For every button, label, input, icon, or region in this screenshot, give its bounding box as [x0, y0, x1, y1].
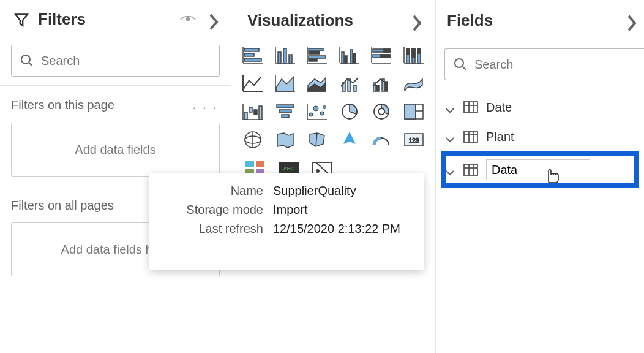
svg-rect-14: [309, 56, 326, 58]
waterfall-chart-icon[interactable]: [241, 101, 265, 122]
svg-point-61: [309, 113, 313, 116]
fields-search[interactable]: [444, 48, 644, 80]
fields-pane: Fields: [436, 0, 644, 353]
svg-marker-40: [276, 77, 294, 91]
svg-rect-33: [412, 48, 415, 57]
svg-point-64: [323, 106, 326, 109]
svg-point-94: [455, 59, 463, 67]
svg-rect-103: [464, 164, 477, 175]
ribbon-chart-icon[interactable]: [402, 73, 426, 94]
svg-rect-21: [353, 53, 356, 63]
chevron-down-icon: [444, 165, 455, 174]
clustered-bar-chart-icon[interactable]: [305, 45, 329, 66]
stacked-column-chart-icon[interactable]: [273, 45, 298, 66]
svg-rect-59: [279, 110, 291, 113]
svg-rect-99: [464, 131, 477, 142]
svg-rect-12: [309, 48, 323, 51]
table-icon: [463, 130, 479, 143]
svg-point-88: [316, 170, 319, 172]
svg-rect-27: [380, 55, 390, 58]
tooltip-mode-label: Storage mode: [163, 203, 273, 217]
azure-map-icon[interactable]: [337, 129, 362, 150]
clustered-column-chart-icon[interactable]: [337, 45, 362, 66]
svg-point-0: [187, 17, 190, 20]
table-tooltip: Name SupplierQuality Storage mode Import…: [149, 173, 424, 270]
pie-chart-icon[interactable]: [337, 101, 362, 122]
stacked-area-chart-icon[interactable]: [305, 73, 329, 94]
svg-point-63: [320, 112, 324, 115]
visualizations-palette: 123: [231, 42, 435, 150]
svg-point-1: [21, 55, 30, 64]
svg-rect-80: [245, 161, 254, 167]
shape-map-icon[interactable]: [305, 129, 329, 150]
svg-rect-31: [406, 48, 410, 55]
fields-search-input[interactable]: [474, 58, 635, 72]
tables-list: Date Plant: [436, 89, 644, 184]
svg-rect-20: [350, 50, 353, 63]
section-title: Filters on this page: [11, 98, 114, 112]
line-and-clustered-column-icon[interactable]: [369, 73, 394, 94]
table-row[interactable]: Date: [444, 93, 644, 122]
svg-rect-15: [309, 59, 317, 61]
collapse-filters-button[interactable]: [208, 12, 220, 28]
section-title: Filters on all pages: [11, 199, 114, 213]
svg-rect-54: [254, 110, 257, 115]
filled-map-icon[interactable]: [273, 129, 298, 150]
table-name: Date: [486, 101, 512, 115]
gauge-chart-icon[interactable]: [369, 129, 394, 150]
table-row[interactable]: Plant: [444, 122, 644, 151]
svg-rect-8: [283, 48, 286, 63]
preview-icon[interactable]: [179, 14, 197, 25]
svg-rect-25: [384, 49, 390, 52]
map-icon[interactable]: [241, 129, 265, 150]
svg-rect-4: [244, 58, 261, 61]
treemap-chart-icon[interactable]: [402, 101, 426, 122]
hundred-percent-bar-icon[interactable]: [369, 45, 394, 66]
filters-search-input[interactable]: [41, 54, 211, 68]
line-chart-icon[interactable]: [241, 73, 265, 94]
table-row-editing[interactable]: [444, 155, 644, 184]
table-rename-input[interactable]: [486, 159, 590, 180]
line-and-stacked-column-icon[interactable]: [337, 73, 362, 94]
more-options-button[interactable]: . . .: [192, 97, 217, 113]
tooltip-refresh-label: Last refresh: [163, 222, 273, 236]
svg-rect-53: [249, 107, 252, 112]
svg-rect-49: [376, 85, 379, 91]
area-chart-icon[interactable]: [273, 73, 298, 94]
svg-rect-7: [278, 52, 281, 63]
funnel-chart-icon[interactable]: [273, 101, 298, 122]
hundred-percent-column-icon[interactable]: [402, 45, 426, 66]
stacked-bar-chart-icon[interactable]: [241, 45, 265, 66]
svg-rect-60: [282, 115, 289, 118]
table-icon: [463, 101, 479, 114]
collapse-fields-button[interactable]: [626, 13, 638, 29]
drop-target-text: Add data fields: [75, 143, 155, 157]
donut-chart-icon[interactable]: [369, 101, 394, 122]
chevron-down-icon: [444, 132, 455, 141]
svg-rect-9: [289, 55, 292, 63]
drop-target-this-page[interactable]: Add data fields: [11, 123, 220, 176]
funnel-icon: [13, 10, 29, 29]
svg-rect-13: [309, 51, 320, 54]
svg-rect-3: [244, 53, 254, 56]
scatter-chart-icon[interactable]: [305, 101, 329, 122]
tooltip-refresh-value: 12/15/2020 2:13:22 PM: [273, 222, 400, 236]
visualizations-title: Visualizations: [247, 11, 353, 30]
table-name: Plant: [486, 130, 514, 144]
svg-rect-71: [405, 104, 416, 119]
collapse-visualizations-button[interactable]: [411, 13, 423, 29]
svg-rect-95: [464, 102, 477, 113]
search-icon: [20, 54, 34, 67]
svg-point-62: [313, 106, 318, 111]
chevron-down-icon: [444, 103, 455, 112]
svg-rect-47: [353, 85, 356, 91]
filters-header: Filters: [0, 0, 231, 39]
card-visual-icon[interactable]: 123: [402, 129, 426, 150]
tooltip-name-value: SupplierQuality: [273, 184, 356, 198]
table-icon: [463, 163, 479, 176]
filters-search[interactable]: [11, 45, 220, 77]
svg-rect-19: [345, 56, 347, 63]
svg-rect-55: [259, 106, 262, 120]
svg-text:123: 123: [408, 137, 419, 144]
svg-text:ABC: ABC: [283, 165, 295, 172]
